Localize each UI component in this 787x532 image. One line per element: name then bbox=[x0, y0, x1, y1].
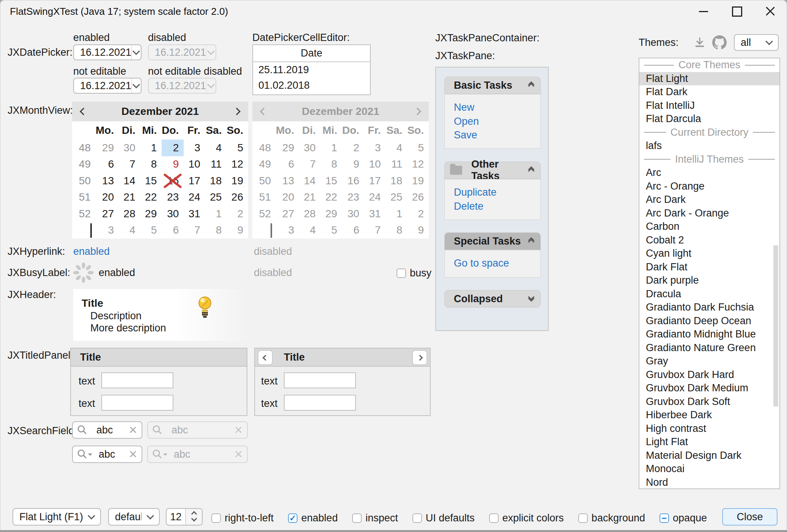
scrollbar-thumb[interactable] bbox=[773, 245, 778, 406]
datepicker-not-editable[interactable]: 16.12.2021 bbox=[73, 78, 142, 94]
checkbox-box[interactable] bbox=[397, 268, 406, 278]
datepicker-value[interactable]: 16.12.2021 bbox=[74, 80, 131, 92]
day-cell[interactable]: 9 bbox=[162, 156, 184, 173]
theme-item-dracula[interactable]: Dracula bbox=[639, 287, 779, 301]
clear-icon[interactable]: × bbox=[129, 423, 142, 437]
day-cell[interactable]: 4 bbox=[119, 222, 140, 239]
theme-item-flat-light[interactable]: Flat Light bbox=[639, 72, 779, 86]
maximize-button[interactable] bbox=[720, 0, 754, 23]
day-cell[interactable]: 1 bbox=[140, 140, 162, 156]
day-cell[interactable]: 22 bbox=[140, 189, 162, 206]
theme-item-arc-orange[interactable]: Arc - Orange bbox=[639, 180, 779, 193]
day-cell[interactable]: 7 bbox=[184, 222, 205, 239]
checkbox-box[interactable] bbox=[211, 513, 221, 523]
search-input-with-menu[interactable]: abc × bbox=[72, 446, 142, 463]
text-field[interactable] bbox=[284, 372, 356, 388]
day-cell[interactable]: 15 bbox=[140, 173, 162, 189]
theme-item-dark-flat[interactable]: Dark Flat bbox=[639, 261, 779, 274]
day-cell[interactable]: 26 bbox=[227, 189, 248, 206]
combobox-value[interactable]: default bbox=[109, 511, 142, 523]
theme-item-flat-dark[interactable]: Flat Dark bbox=[639, 85, 779, 99]
task-link-open[interactable]: Open bbox=[454, 115, 540, 129]
theme-item-dark-purple[interactable]: Dark purple bbox=[639, 274, 779, 287]
theme-item-lafs[interactable]: lafs bbox=[639, 139, 779, 153]
day-cell[interactable]: 24 bbox=[184, 189, 205, 206]
day-cell[interactable]: 23 bbox=[162, 189, 184, 206]
theme-item-gradianto-midnight-blue[interactable]: Gradianto Midnight Blue bbox=[639, 328, 779, 341]
theme-item-arc[interactable]: Arc bbox=[639, 166, 779, 180]
day-cell[interactable]: 30 bbox=[162, 206, 184, 222]
clear-icon[interactable]: × bbox=[129, 447, 142, 461]
combobox-value[interactable]: Flat Light (F1) bbox=[13, 511, 83, 523]
theme-item-gruvbox-dark-medium[interactable]: Gruvbox Dark Medium bbox=[639, 381, 779, 395]
theme-item-arc-dark-orange[interactable]: Arc Dark - Orange bbox=[639, 207, 779, 220]
day-cell[interactable]: 7 bbox=[119, 156, 140, 173]
prev-button[interactable] bbox=[258, 350, 273, 365]
theme-item-arc-dark[interactable]: Arc Dark bbox=[639, 193, 779, 207]
renderer-combobox[interactable]: default bbox=[108, 508, 160, 526]
taskpane-header-special-tasks[interactable]: Special Tasks bbox=[444, 232, 541, 250]
theme-item-flat-darcula[interactable]: Flat Darcula bbox=[639, 112, 779, 126]
combobox-value[interactable]: all bbox=[735, 37, 760, 49]
day-cell[interactable]: 18 bbox=[205, 173, 227, 189]
font-size-spinner[interactable]: 12 bbox=[166, 508, 203, 526]
theme-item-gray[interactable]: Gray bbox=[639, 355, 779, 368]
datepicker-enabled[interactable]: 16.12.2021 bbox=[73, 44, 142, 60]
task-link-duplicate[interactable]: Duplicate bbox=[454, 185, 540, 199]
busy-checkbox[interactable]: busy bbox=[397, 267, 431, 279]
taskpane-header-basic-tasks[interactable]: Basic Tasks bbox=[444, 77, 541, 94]
download-themes-button[interactable] bbox=[691, 34, 708, 51]
theme-item-high-contrast[interactable]: High contrast bbox=[639, 422, 779, 436]
theme-item-gruvbox-dark-hard[interactable]: Gruvbox Dark Hard bbox=[639, 368, 779, 382]
day-cell[interactable]: 2 bbox=[227, 206, 248, 222]
datepicker-dropdown-button[interactable] bbox=[131, 78, 141, 93]
theme-item-hiberbee-dark[interactable]: Hiberbee Dark bbox=[639, 408, 779, 422]
day-cell[interactable]: 27 bbox=[96, 206, 119, 222]
taskpane-header-other-tasks[interactable]: Other Tasks bbox=[444, 162, 541, 179]
github-link-button[interactable] bbox=[711, 34, 728, 51]
day-cell[interactable]: 29 bbox=[140, 206, 162, 222]
hyperlink-enabled[interactable]: enabled bbox=[73, 246, 110, 257]
day-cell[interactable]: 29 bbox=[96, 140, 119, 156]
theme-item-gradianto-nature-green[interactable]: Gradianto Nature Green bbox=[639, 341, 779, 355]
theme-filter-combobox[interactable]: all bbox=[734, 34, 779, 51]
checkbox-box[interactable] bbox=[352, 513, 362, 523]
checkbox-box[interactable] bbox=[660, 513, 669, 523]
checkbox-inspect[interactable]: inspect bbox=[352, 512, 398, 524]
prev-month-button[interactable] bbox=[72, 102, 95, 121]
checkbox-enabled[interactable]: enabled bbox=[288, 512, 338, 524]
task-link-go-to-space[interactable]: Go to space bbox=[454, 256, 540, 270]
day-cell[interactable]: 3 bbox=[184, 140, 205, 156]
day-cell[interactable]: 6 bbox=[162, 222, 184, 239]
expand-icon[interactable] bbox=[529, 297, 534, 300]
day-cell[interactable]: 10 bbox=[184, 156, 205, 173]
checkbox-box[interactable] bbox=[489, 513, 499, 523]
task-link-save[interactable]: Save bbox=[454, 128, 540, 142]
datepicker-dropdown-button[interactable] bbox=[131, 45, 141, 60]
day-cell[interactable]: 16 bbox=[162, 173, 184, 189]
collapse-icon[interactable] bbox=[529, 240, 534, 243]
task-link-delete[interactable]: Delete bbox=[454, 199, 540, 213]
day-cell[interactable]: 21 bbox=[119, 189, 140, 206]
theme-item-monocai[interactable]: Monocai bbox=[639, 462, 779, 476]
day-cell[interactable]: 2 bbox=[162, 140, 184, 156]
task-link-new[interactable]: New bbox=[454, 100, 540, 115]
theme-combobox[interactable]: Flat Light (F1) bbox=[13, 508, 101, 526]
day-cell[interactable]: 14 bbox=[119, 173, 140, 189]
theme-item-light-flat[interactable]: Light Flat bbox=[639, 435, 779, 449]
day-cell[interactable]: 6 bbox=[96, 156, 119, 173]
theme-item-gruvbox-dark-soft[interactable]: Gruvbox Dark Soft bbox=[639, 395, 779, 409]
day-cell[interactable]: 5 bbox=[227, 140, 248, 156]
text-field[interactable] bbox=[101, 395, 173, 411]
collapse-icon[interactable] bbox=[529, 84, 534, 87]
text-field[interactable] bbox=[101, 372, 173, 388]
day-cell[interactable]: 31 bbox=[184, 206, 205, 222]
checkbox-background[interactable]: background bbox=[578, 512, 645, 524]
theme-item-cyan-light[interactable]: Cyan light bbox=[639, 247, 779, 261]
theme-item-material-design-dark[interactable]: Material Design Dark bbox=[639, 449, 779, 463]
day-cell[interactable]: 20 bbox=[96, 189, 119, 206]
text-field[interactable] bbox=[284, 395, 356, 411]
next-month-button[interactable] bbox=[225, 102, 248, 121]
checkbox-box[interactable] bbox=[578, 513, 588, 523]
theme-item-cobalt-2[interactable]: Cobalt 2 bbox=[639, 234, 779, 247]
